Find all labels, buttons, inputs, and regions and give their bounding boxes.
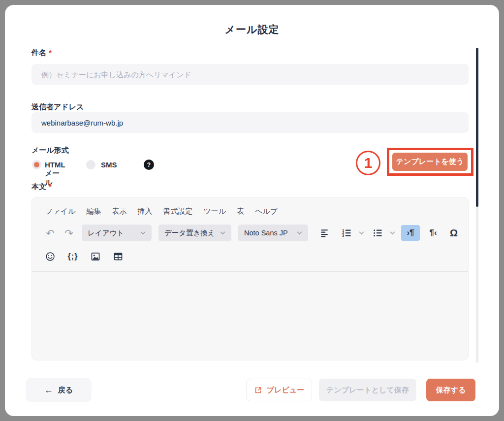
save-as-template-button[interactable]: テンプレートとして保存	[319, 379, 416, 401]
menu-view[interactable]: 表示	[106, 204, 132, 219]
editor-toolbar-row2: {;}	[43, 247, 126, 266]
special-character-icon[interactable]: Ω	[446, 225, 461, 241]
sms-help-icon[interactable]: ?	[144, 160, 154, 170]
subject-label: 件名*	[32, 48, 52, 58]
chevron-down-icon	[220, 231, 225, 235]
chevron-down-icon[interactable]	[359, 231, 364, 235]
ordered-list-icon[interactable]: 1 2 3	[339, 225, 354, 241]
align-left-icon[interactable]	[317, 225, 332, 241]
merge-tag-icon[interactable]: {;}	[65, 249, 80, 264]
back-button[interactable]: ← 戻る	[26, 378, 92, 402]
rtl-direction-icon[interactable]: ¶‹	[424, 225, 442, 241]
page-title: メール設定	[5, 23, 499, 36]
external-link-icon	[254, 386, 262, 394]
editor-menu-bar: ファイル 編集 表示 挿入 書式設定 ツール 表 ヘルプ	[40, 204, 283, 219]
chevron-down-icon	[297, 231, 302, 235]
menu-edit[interactable]: 編集	[81, 204, 106, 219]
preview-button[interactable]: プレビュー	[246, 379, 312, 401]
radio-sms-label: SMS	[101, 161, 117, 169]
modal-scrollbar-thumb[interactable]	[476, 48, 478, 207]
required-asterisk: *	[49, 48, 52, 57]
chevron-down-icon[interactable]	[390, 231, 395, 235]
radio-sms[interactable]	[86, 160, 95, 169]
editor-content-area[interactable]	[32, 272, 468, 360]
radio-selected-dot	[34, 162, 39, 167]
mail-settings-modal: メール設定 件名* 送信者アドレス メール形式 HTMLメール SMS ? 1 …	[5, 5, 499, 416]
insert-image-icon[interactable]	[88, 249, 103, 264]
emoji-icon[interactable]	[43, 249, 58, 264]
layout-dropdown[interactable]: レイアウト	[82, 225, 152, 241]
body-label: 本文*	[32, 182, 52, 192]
ltr-direction-icon[interactable]: ›¶	[401, 225, 420, 241]
menu-tools[interactable]: ツール	[198, 204, 231, 219]
chevron-down-icon	[140, 231, 146, 235]
menu-help[interactable]: ヘルプ	[250, 204, 283, 219]
mail-format-label: メール形式	[32, 146, 69, 155]
font-family-dropdown[interactable]: Noto Sans JP	[238, 225, 308, 241]
menu-table[interactable]: 表	[231, 204, 250, 219]
unordered-list-icon[interactable]	[370, 225, 385, 241]
subject-input[interactable]	[32, 64, 469, 85]
required-asterisk: *	[49, 182, 52, 191]
menu-file[interactable]: ファイル	[40, 204, 81, 219]
menu-format[interactable]: 書式設定	[158, 204, 198, 219]
insert-table-icon[interactable]	[111, 249, 126, 264]
modal-scrollbar-track[interactable]	[476, 48, 478, 363]
radio-html-mail[interactable]	[32, 160, 41, 169]
editor-toolbar-row1: ↶ ↷ レイアウト データ置き換え Noto Sans JP	[43, 223, 461, 243]
sender-label: 送信者アドレス	[32, 102, 84, 112]
undo-icon[interactable]: ↶	[43, 225, 58, 241]
data-replace-dropdown[interactable]: データ置き換え	[158, 225, 231, 241]
save-button[interactable]: 保存する	[426, 379, 475, 401]
use-template-button[interactable]: テンプレートを使う	[392, 153, 468, 171]
svg-text:3: 3	[342, 234, 344, 237]
body-richtext-editor: ファイル 編集 表示 挿入 書式設定 ツール 表 ヘルプ ↶ ↷ レイアウト デ…	[32, 197, 469, 360]
screen-background: メール設定 件名* 送信者アドレス メール形式 HTMLメール SMS ? 1 …	[0, 0, 504, 421]
redo-icon[interactable]: ↷	[62, 225, 76, 241]
back-arrow-icon: ←	[44, 385, 53, 395]
menu-insert[interactable]: 挿入	[132, 204, 158, 219]
annotation-number-circle: 1	[356, 151, 380, 175]
sender-input[interactable]	[32, 112, 469, 133]
